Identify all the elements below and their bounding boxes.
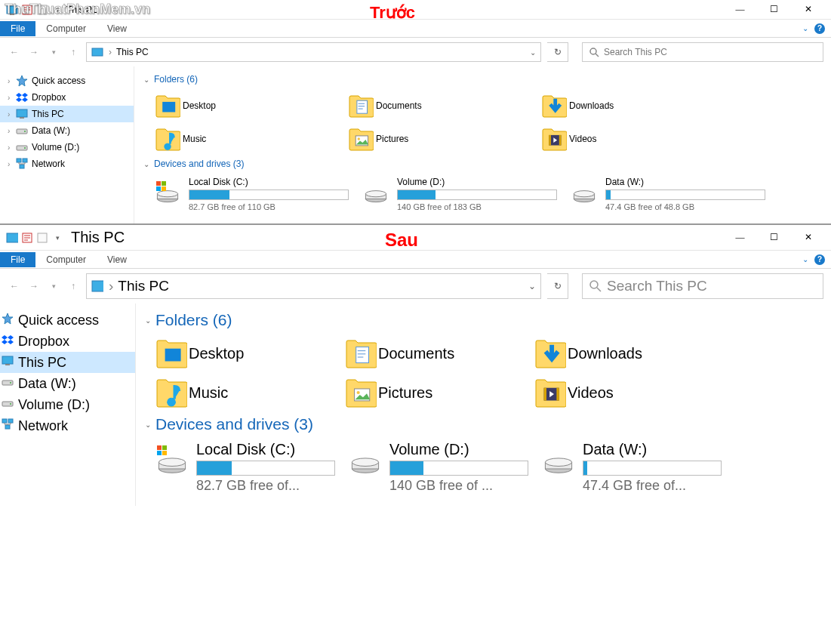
sidebar-label: Quick access: [32, 75, 85, 86]
monitor-icon: [2, 355, 15, 370]
folder-desktop[interactable]: Desktop: [154, 337, 331, 370]
folder-videos[interactable]: Videos: [539, 125, 720, 153]
svg-line-43: [597, 288, 601, 291]
refresh-button[interactable]: ↻: [547, 273, 568, 299]
monitor-icon: [15, 108, 29, 120]
drive-free-text: 140 GB free of ...: [389, 478, 525, 494]
tab-view[interactable]: View: [97, 21, 137, 36]
svg-rect-60: [556, 388, 559, 401]
folder-documents[interactable]: Documents: [346, 92, 527, 119]
address-dropdown-icon[interactable]: ⌄: [530, 48, 536, 57]
sidebar-item-volume-d-[interactable]: Volume (D:): [0, 394, 135, 415]
svg-point-42: [590, 281, 598, 288]
minimize-button[interactable]: —: [723, 228, 757, 248]
sidebar-item-this-pc[interactable]: ›This PC: [0, 106, 134, 122]
crumb-sep-icon: ›: [109, 47, 112, 57]
folder-music[interactable]: Music: [154, 376, 331, 409]
sidebar-item-network[interactable]: ›Network: [0, 156, 134, 172]
qat-dropdown-icon[interactable]: ▾: [51, 232, 63, 244]
address-dropdown-icon[interactable]: ⌄: [528, 281, 536, 291]
drive-icon: [540, 441, 577, 477]
drives-header[interactable]: ⌄Devices and drives (3): [143, 159, 822, 169]
drive-volume-d-[interactable]: Volume (D:)140 GB free of 183 GB: [361, 177, 557, 211]
file-tab[interactable]: File: [0, 21, 35, 36]
sidebar-label: Volume (D:): [32, 142, 79, 153]
address-bar[interactable]: › This PC ⌄: [86, 42, 541, 62]
folder-pictures[interactable]: Pictures: [343, 376, 521, 409]
folder-pictures[interactable]: Pictures: [346, 125, 527, 153]
drive-label: Volume (D:): [397, 177, 557, 187]
qat-blank-icon[interactable]: [36, 232, 48, 244]
sidebar-item-quick-access[interactable]: Quick access: [0, 310, 135, 331]
drive-icon: [2, 376, 15, 391]
svg-rect-4: [92, 48, 103, 56]
back-button[interactable]: ←: [8, 281, 21, 291]
sidebar-item-dropbox[interactable]: ›Dropbox: [0, 89, 134, 106]
crumb-this-pc[interactable]: This PC: [118, 278, 169, 294]
sidebar-item-volume-d-[interactable]: ›Volume (D:): [0, 139, 134, 156]
search-box[interactable]: Search This PC: [582, 273, 823, 299]
drive-data-w-[interactable]: Data (W:)47.4 GB free of...: [540, 441, 722, 494]
location-icon: [91, 280, 103, 292]
sidebar-item-dropbox[interactable]: Dropbox: [0, 331, 135, 352]
svg-point-11: [24, 131, 26, 132]
drive-data-w-[interactable]: Data (W:)47.4 GB free of 48.8 GB: [569, 177, 765, 211]
forward-button[interactable]: →: [27, 281, 41, 291]
chevron-down-icon: ⌄: [143, 75, 149, 84]
drive-icon: [361, 177, 391, 205]
folder-desktop[interactable]: Desktop: [152, 92, 334, 119]
folder-documents[interactable]: Documents: [343, 337, 521, 370]
crumb-this-pc[interactable]: This PC: [116, 47, 149, 57]
close-button[interactable]: ✕: [791, 228, 825, 248]
help-icon[interactable]: ?: [814, 23, 825, 34]
folder-music[interactable]: Music: [152, 125, 334, 153]
recent-dropdown-icon[interactable]: ▾: [47, 48, 60, 56]
watermark: ThuThuatPhanMem.vn: [5, 2, 150, 17]
forward-button[interactable]: →: [27, 47, 41, 57]
minimize-button[interactable]: —: [723, 0, 757, 20]
tab-view[interactable]: View: [97, 252, 137, 267]
tab-computer[interactable]: Computer: [35, 252, 97, 267]
back-button[interactable]: ←: [8, 47, 21, 57]
folder-videos[interactable]: Videos: [533, 376, 710, 409]
svg-rect-66: [162, 445, 167, 450]
up-button[interactable]: ↑: [66, 281, 80, 291]
folders-header[interactable]: ⌄Folders (6): [145, 311, 822, 329]
tab-computer[interactable]: Computer: [35, 21, 97, 36]
address-bar[interactable]: › This PC ⌄: [86, 273, 541, 299]
qat-properties-icon[interactable]: [21, 232, 33, 244]
drive-volume-d-[interactable]: Volume (D:)140 GB free of ...: [347, 441, 528, 494]
file-tab[interactable]: File: [0, 252, 35, 267]
ribbon-chevron-icon[interactable]: ⌄: [802, 24, 808, 32]
drives-header[interactable]: ⌄Devices and drives (3): [145, 415, 822, 433]
close-button[interactable]: ✕: [791, 0, 825, 20]
drive-icon: [154, 441, 190, 477]
svg-point-13: [24, 147, 26, 149]
panel-after: Sau ▾ This PC — ☐ ✕ File Computer View ⌄…: [0, 225, 831, 506]
sidebar-item-data-w-[interactable]: Data (W:): [0, 373, 135, 394]
drive-local-disk-c-[interactable]: Local Disk (C:)82.7 GB free of 110 GB: [152, 177, 349, 211]
svg-point-74: [545, 458, 571, 467]
help-icon[interactable]: ?: [814, 254, 825, 265]
folder-downloads[interactable]: Downloads: [539, 92, 720, 119]
folders-header[interactable]: ⌄Folders (6): [143, 74, 822, 85]
refresh-button[interactable]: ↻: [547, 42, 568, 62]
search-box[interactable]: Search This PC: [582, 42, 823, 62]
drive-local-disk-c-[interactable]: Local Disk (C:)82.7 GB free of...: [154, 441, 335, 494]
sidebar-label: Data (W:): [18, 376, 76, 392]
up-button[interactable]: ↑: [66, 47, 80, 57]
maximize-button[interactable]: ☐: [757, 0, 791, 20]
folder-downloads[interactable]: Downloads: [533, 337, 710, 370]
svg-rect-54: [165, 349, 181, 362]
sidebar-item-network[interactable]: Network: [0, 415, 135, 436]
svg-rect-15: [23, 159, 27, 162]
drive-label: Data (W:): [605, 177, 765, 187]
ribbon-chevron-icon[interactable]: ⌄: [802, 255, 808, 263]
documents-folder-icon: [346, 92, 376, 119]
content: ⌄Folders (6) DesktopDocumentsDownloadsMu…: [136, 304, 831, 506]
maximize-button[interactable]: ☐: [757, 228, 791, 248]
sidebar-item-data-w-[interactable]: ›Data (W:): [0, 122, 134, 139]
sidebar-item-this-pc[interactable]: This PC: [0, 352, 135, 373]
recent-dropdown-icon[interactable]: ▾: [47, 282, 60, 290]
sidebar-item-quick-access[interactable]: ›Quick access: [0, 72, 134, 89]
